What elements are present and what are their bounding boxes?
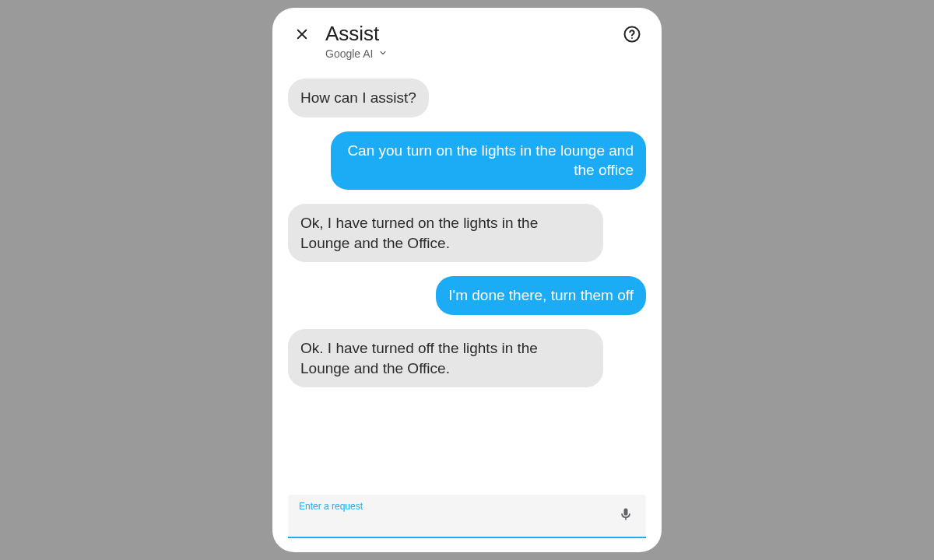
chevron-down-icon bbox=[378, 47, 388, 60]
svg-point-3 bbox=[631, 37, 633, 39]
message-row: How can I assist? bbox=[288, 79, 646, 117]
input-label: Enter a request bbox=[299, 501, 609, 512]
message-row: Ok, I have turned on the lights in the L… bbox=[288, 204, 646, 262]
provider-select[interactable]: Google AI bbox=[325, 47, 609, 60]
message-list[interactable]: How can I assist?Can you turn on the lig… bbox=[272, 69, 662, 487]
message-row: Can you turn on the lights in the lounge… bbox=[288, 131, 646, 190]
assistant-message-bubble: Ok. I have turned off the lights in the … bbox=[288, 329, 603, 387]
request-input[interactable] bbox=[299, 513, 609, 529]
input-field-wrapper: Enter a request bbox=[288, 495, 646, 538]
close-icon bbox=[295, 27, 309, 44]
help-icon bbox=[623, 25, 641, 47]
mic-button[interactable] bbox=[615, 505, 637, 527]
panel-title: Assist bbox=[325, 22, 609, 46]
panel-header: Assist Google AI bbox=[272, 8, 662, 69]
assist-panel: Assist Google AI How can I assist?Can y bbox=[272, 8, 662, 552]
message-row: Ok. I have turned off the lights in the … bbox=[288, 329, 646, 387]
mic-icon bbox=[618, 506, 634, 525]
input-area: Enter a request bbox=[272, 487, 662, 552]
assistant-message-bubble: Ok, I have turned on the lights in the L… bbox=[288, 204, 603, 262]
assistant-message-bubble: How can I assist? bbox=[288, 79, 429, 117]
user-message-bubble: I'm done there, turn them off bbox=[436, 276, 646, 315]
provider-label: Google AI bbox=[325, 47, 374, 60]
help-button[interactable] bbox=[621, 25, 643, 47]
message-row: I'm done there, turn them off bbox=[288, 276, 646, 315]
title-block: Assist Google AI bbox=[325, 22, 609, 60]
user-message-bubble: Can you turn on the lights in the lounge… bbox=[331, 131, 646, 190]
close-button[interactable] bbox=[291, 25, 313, 47]
